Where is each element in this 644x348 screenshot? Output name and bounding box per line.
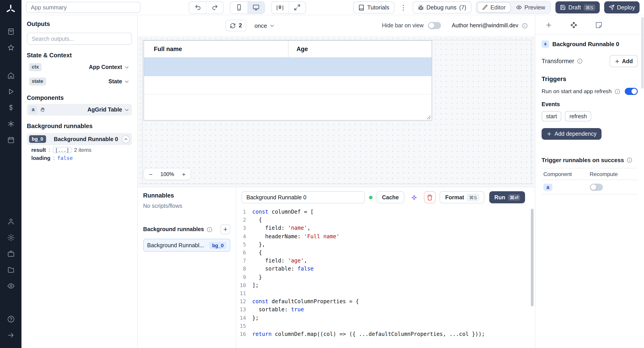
code-line[interactable]: 3 field: 'name', bbox=[236, 224, 535, 232]
run-shortcut: ⌘⏎ bbox=[508, 194, 520, 201]
info-icon[interactable] bbox=[626, 157, 632, 163]
dollar-icon[interactable] bbox=[4, 101, 18, 114]
search-outputs-input[interactable] bbox=[27, 33, 132, 45]
collapse-chevron-up-button[interactable] bbox=[122, 135, 130, 143]
deploy-button[interactable]: Deploy bbox=[604, 1, 640, 14]
folder-icon[interactable] bbox=[4, 263, 18, 276]
windmill-logo-icon[interactable] bbox=[5, 4, 16, 15]
alignment-icon[interactable]: |0| bbox=[272, 2, 288, 13]
code-editor[interactable]: 1const columnDef = [2 {3 field: 'name',4… bbox=[236, 206, 535, 348]
code-line[interactable]: 11 bbox=[236, 289, 535, 297]
table-row-selected[interactable] bbox=[144, 58, 432, 76]
runnable-list-item[interactable]: Background Runnabl... bg_0 bbox=[143, 239, 230, 252]
delete-button[interactable] bbox=[424, 191, 436, 203]
chevron-down-icon[interactable] bbox=[124, 64, 130, 70]
format-button[interactable]: Format ⌘S bbox=[440, 191, 484, 203]
ctx-row[interactable]: ctx App Context bbox=[27, 61, 132, 73]
editor-preview-segment: Editor Preview bbox=[476, 1, 551, 14]
kebab-menu-icon[interactable]: ⋮ bbox=[399, 4, 408, 11]
code-line[interactable]: 2 { bbox=[236, 216, 535, 224]
event-pill-refresh[interactable]: refresh bbox=[565, 111, 592, 121]
table-header-fullname[interactable]: Full name bbox=[144, 41, 288, 57]
table-header-age[interactable]: Age bbox=[288, 41, 432, 57]
chevron-down-icon[interactable] bbox=[124, 107, 130, 113]
add-runnable-button[interactable] bbox=[220, 224, 230, 234]
ai-wand-icon[interactable] bbox=[408, 191, 420, 203]
desktop-view-button[interactable] bbox=[247, 2, 264, 13]
tutorials-button[interactable]: Tutorials bbox=[353, 1, 394, 14]
runnable-name-input[interactable] bbox=[242, 191, 365, 203]
eye-icon[interactable] bbox=[4, 279, 18, 292]
run-button[interactable]: Run ⌘⏎ bbox=[490, 191, 525, 203]
code-line[interactable]: 7 field: 'age', bbox=[236, 257, 535, 265]
insert-component-tab[interactable] bbox=[545, 21, 552, 29]
notebook-icon[interactable] bbox=[4, 25, 18, 38]
code-line[interactable]: 1const columnDef = [ bbox=[236, 208, 535, 216]
code-line[interactable]: 13 sortable: true bbox=[236, 306, 535, 314]
cache-button[interactable]: Cache bbox=[376, 191, 404, 203]
result-expand-token[interactable]: [...] bbox=[53, 147, 71, 153]
zoom-in-button[interactable]: + bbox=[177, 168, 190, 180]
calendar-icon[interactable] bbox=[4, 133, 18, 146]
user-icon[interactable] bbox=[4, 215, 18, 228]
code-line[interactable]: 4 headerName: 'Full name' bbox=[236, 232, 535, 240]
add-dependency-button[interactable]: Add dependency bbox=[542, 128, 602, 140]
event-pill-start[interactable]: start bbox=[542, 111, 562, 121]
events-label: Events bbox=[542, 101, 638, 107]
styling-tab[interactable] bbox=[595, 21, 602, 29]
asterisk-icon[interactable] bbox=[4, 117, 18, 130]
mobile-view-button[interactable] bbox=[230, 2, 247, 13]
star-icon[interactable] bbox=[4, 41, 18, 54]
code-line[interactable]: 10]; bbox=[236, 281, 535, 289]
code-line[interactable]: 12const defaultColumnProperties = { bbox=[236, 297, 535, 305]
component-settings-tab[interactable] bbox=[570, 21, 577, 29]
aggrid-table-component[interactable]: Full name Age bbox=[144, 40, 432, 120]
code-line[interactable]: 5 }, bbox=[236, 241, 535, 249]
play-icon[interactable] bbox=[4, 85, 18, 98]
app-canvas[interactable]: Full name Age − 100% + bbox=[138, 36, 535, 187]
fullscreen-icon[interactable] bbox=[288, 2, 306, 13]
home-icon[interactable] bbox=[4, 69, 18, 82]
line-number: 16 bbox=[236, 330, 252, 338]
add-transformer-button[interactable]: Add bbox=[609, 55, 638, 67]
code-line[interactable]: 16return columnDef.map((col) => ({ ...de… bbox=[236, 330, 535, 338]
briefcase-icon[interactable] bbox=[4, 247, 18, 260]
run-on-start-toggle[interactable] bbox=[625, 88, 638, 95]
code-line[interactable]: 9 } bbox=[236, 273, 535, 281]
help-icon[interactable] bbox=[4, 312, 18, 326]
state-row[interactable]: state State bbox=[27, 76, 132, 87]
tab-editor[interactable]: Editor bbox=[477, 2, 510, 13]
runnable-item-label: Background Runnabl... bbox=[147, 242, 204, 248]
author-label: Author henri@windmill.dev bbox=[452, 22, 518, 29]
info-icon[interactable] bbox=[522, 23, 528, 29]
interval-select[interactable]: once bbox=[254, 22, 275, 29]
tab-preview[interactable]: Preview bbox=[512, 2, 550, 13]
collapse-arrow-icon[interactable] bbox=[4, 328, 18, 342]
recompute-toggle[interactable] bbox=[590, 184, 603, 191]
bg0-row[interactable]: bg_0 Background Runnable 0 bbox=[27, 133, 132, 145]
undo-button[interactable] bbox=[189, 2, 206, 13]
editor-scrollbar[interactable] bbox=[531, 209, 534, 306]
line-number: 3 bbox=[236, 224, 252, 232]
resize-handle[interactable] bbox=[427, 115, 431, 120]
code-line[interactable]: 6 { bbox=[236, 249, 535, 257]
info-icon[interactable] bbox=[206, 226, 212, 232]
draft-button[interactable]: Draft ⌘S bbox=[556, 1, 600, 14]
gear-icon[interactable] bbox=[4, 231, 18, 244]
zoom-out-button[interactable]: − bbox=[144, 168, 158, 180]
chevron-down-icon[interactable] bbox=[124, 79, 130, 84]
code-line[interactable]: 15 bbox=[236, 322, 535, 330]
table-row[interactable] bbox=[144, 76, 432, 94]
refresh-button[interactable]: 2 bbox=[226, 20, 246, 31]
app-summary-input[interactable] bbox=[26, 2, 140, 13]
panel-scrollbar[interactable] bbox=[641, 17, 644, 89]
table-header-row: Full name Age bbox=[144, 41, 432, 58]
debug-runs-button[interactable]: Debug runs (7) bbox=[412, 1, 471, 14]
code-line[interactable]: 14}; bbox=[236, 314, 535, 322]
redo-button[interactable] bbox=[206, 2, 223, 13]
info-icon[interactable] bbox=[577, 58, 583, 64]
info-icon[interactable] bbox=[614, 88, 620, 94]
hide-bar-toggle[interactable] bbox=[428, 22, 441, 29]
code-line[interactable]: 8 sortable: false bbox=[236, 265, 535, 273]
component-a-row[interactable]: a AgGrid Table bbox=[27, 104, 132, 116]
